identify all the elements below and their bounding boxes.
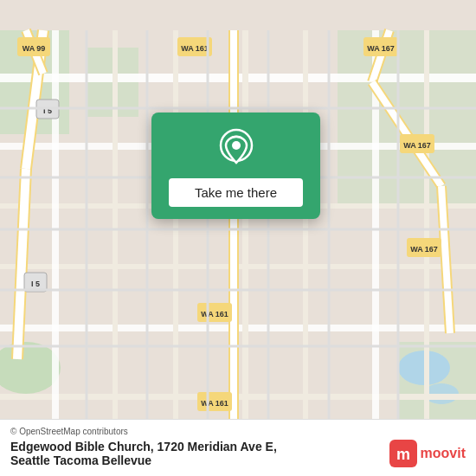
location-text: Edgewood Bible Church, 1720 Meridian Ave…	[10, 440, 277, 467]
take-me-there-button[interactable]: Take me there	[169, 178, 303, 207]
location-name-row: Edgewood Bible Church, 1720 Meridian Ave…	[10, 440, 466, 467]
moovit-logo: m moovit	[389, 440, 466, 467]
svg-text:WA 161: WA 161	[201, 310, 228, 318]
map-container: WA 99 WA 161 I 5 I 5 WA 167 WA 167 WA 16…	[0, 0, 476, 476]
location-card: Take me there	[151, 113, 320, 219]
bottom-bar: © OpenStreetMap contributors Edgewood Bi…	[0, 419, 476, 476]
svg-rect-14	[52, 30, 59, 446]
svg-text:m: m	[396, 446, 410, 463]
svg-text:WA 161: WA 161	[181, 44, 209, 53]
svg-rect-18	[303, 30, 308, 446]
svg-rect-16	[173, 30, 178, 446]
svg-text:WA 167: WA 167	[410, 245, 438, 254]
moovit-label: moovit	[421, 446, 466, 461]
svg-rect-17	[242, 30, 248, 446]
svg-rect-15	[113, 30, 118, 446]
svg-point-67	[232, 141, 241, 150]
svg-text:WA 167: WA 167	[367, 44, 395, 53]
pin-icon	[215, 128, 257, 170]
svg-text:WA 161: WA 161	[201, 399, 228, 408]
map-attribution: © OpenStreetMap contributors	[10, 427, 466, 436]
moovit-icon: m	[389, 440, 417, 467]
map-background: WA 99 WA 161 I 5 I 5 WA 167 WA 167 WA 16…	[0, 0, 476, 476]
svg-text:I 5: I 5	[31, 280, 40, 288]
svg-text:WA 99: WA 99	[23, 44, 46, 53]
svg-text:WA 167: WA 167	[403, 141, 431, 150]
